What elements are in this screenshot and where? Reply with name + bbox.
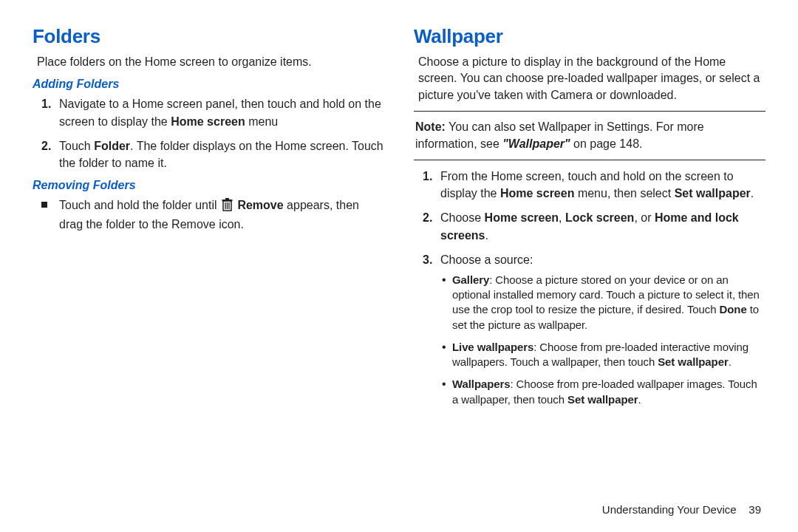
bold-text: Home screen (500, 187, 575, 200)
list-number: 2. (423, 209, 432, 226)
text: . (485, 229, 488, 242)
list-item: 2. Choose Home screen, Lock screen, or H… (440, 209, 765, 243)
source-bullets: Gallery: Choose a picture stored on your… (440, 273, 765, 407)
heading-wallpaper: Wallpaper (414, 25, 765, 48)
text: on page 148. (570, 137, 643, 150)
footer-page-number: 39 (748, 503, 761, 516)
text: , (559, 211, 565, 224)
svg-rect-5 (225, 198, 229, 200)
text: Choose (440, 211, 485, 224)
text: menu (245, 115, 278, 128)
footer-section-name: Understanding Your Device (602, 503, 737, 516)
list-number: 2. (41, 137, 51, 154)
bold-text: Set wallpaper (567, 393, 638, 406)
italic-reference: "Wallpaper" (502, 137, 570, 150)
wallpaper-steps-list: 1. From the Home screen, touch and hold … (414, 168, 765, 407)
bold-text: Live wallpapers (452, 341, 533, 353)
list-number: 1. (423, 168, 432, 185)
list-number: 3. (423, 251, 432, 268)
bold-text: Lock screen (565, 211, 634, 224)
list-number: 1. (41, 95, 51, 112)
adding-folders-list: 1. Navigate to a Home screen panel, then… (33, 95, 384, 171)
trash-icon (222, 198, 233, 216)
subheading-adding-folders: Adding Folders (33, 78, 384, 91)
bold-text: Set wallpaper (675, 187, 751, 200)
wallpaper-intro: Choose a picture to display in the backg… (418, 54, 765, 103)
svg-rect-4 (222, 200, 232, 201)
list-item: 2. Touch Folder. The folder displays on … (59, 137, 384, 171)
text: menu, then select (574, 187, 674, 200)
text: . (638, 393, 641, 406)
divider (414, 111, 765, 112)
left-column: Folders Place folders on the Home screen… (33, 22, 384, 415)
bold-text: Wallpapers (452, 378, 510, 390)
list-item: 1. From the Home screen, touch and hold … (440, 168, 765, 202)
removing-folders-list: Touch and hold the folder until Remove a… (33, 197, 384, 233)
list-item: Live wallpapers: Choose from pre-loaded … (452, 340, 765, 370)
list-item: 3. Choose a source: Gallery: Choose a pi… (440, 251, 765, 407)
bold-text: Home screen (485, 211, 559, 224)
page-content: Folders Place folders on the Home screen… (0, 0, 798, 426)
bold-text: Remove (234, 199, 284, 211)
bold-text: Home screen (171, 115, 245, 128)
text: : Choose a picture stored on your device… (452, 273, 760, 316)
text: Touch and hold the folder until (59, 199, 220, 211)
divider (414, 160, 765, 160)
list-item: Touch and hold the folder until Remove a… (59, 197, 384, 233)
subheading-removing-folders: Removing Folders (33, 179, 384, 192)
right-column: Wallpaper Choose a picture to display in… (414, 22, 765, 415)
bold-text: Done (720, 303, 747, 316)
text: Choose a source: (440, 253, 533, 266)
text: , or (634, 211, 655, 224)
list-item: Gallery: Choose a picture stored on your… (452, 273, 765, 332)
text: Touch (59, 140, 94, 152)
bold-text: Gallery (452, 273, 489, 286)
list-item: Wallpapers: Choose from pre-loaded wallp… (452, 377, 765, 407)
bold-text: Folder (94, 140, 130, 152)
heading-folders: Folders (33, 25, 384, 48)
text: . (729, 355, 732, 368)
page-footer: Understanding Your Device 39 (602, 503, 761, 516)
list-item: 1. Navigate to a Home screen panel, then… (59, 95, 384, 129)
note-block: Note: You can also set Wallpaper in Sett… (415, 119, 764, 152)
bold-text: Set wallpaper (658, 355, 728, 368)
note-label: Note: (415, 120, 446, 133)
text: . (751, 187, 754, 200)
folders-intro: Place folders on the Home screen to orga… (37, 54, 384, 70)
